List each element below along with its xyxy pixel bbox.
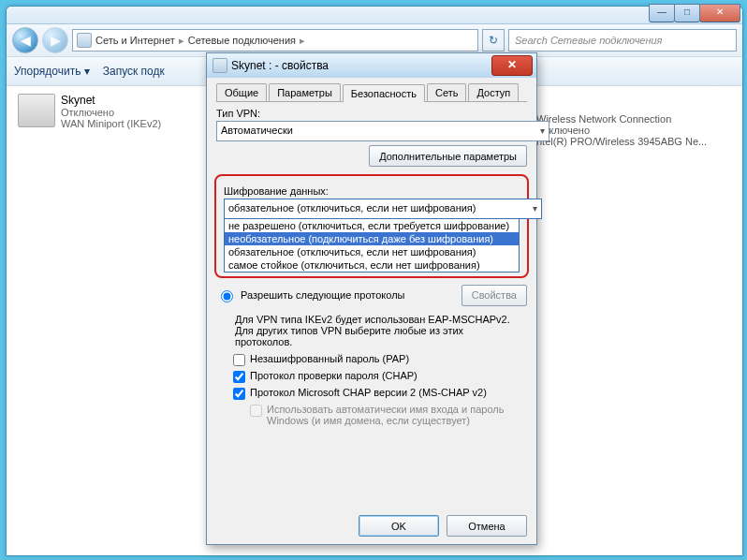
encryption-highlight-box: Шифрование данных: обязательное (отключи… bbox=[214, 174, 529, 278]
checkbox-auto-credentials-label: Использовать автоматически имя входа и п… bbox=[267, 404, 527, 426]
encryption-label: Шифрование данных: bbox=[224, 185, 520, 197]
minimize-button[interactable]: — bbox=[649, 4, 675, 22]
allow-protocols-radio[interactable]: Разрешить следующие протоколы bbox=[216, 287, 405, 302]
checkbox-auto-credentials: Использовать автоматически имя входа и п… bbox=[250, 404, 527, 426]
dialog-titlebar: Skynet : - свойства ✕ bbox=[207, 53, 536, 78]
properties-dialog: Skynet : - свойства ✕ Общие Параметры Бе… bbox=[206, 52, 537, 545]
ok-button[interactable]: OK bbox=[359, 515, 439, 537]
breadcrumb-seg2[interactable]: Сетевые подключения bbox=[188, 35, 296, 46]
search-input[interactable]: Search Сетевые подключения bbox=[508, 29, 737, 52]
checkbox-mschap[interactable]: Протокол Microsoft CHAP версии 2 (MS-CHA… bbox=[233, 387, 527, 400]
checkbox-auto-credentials-input bbox=[250, 405, 262, 417]
connection-status: Отключено bbox=[536, 125, 724, 136]
refresh-button[interactable]: ↻ bbox=[482, 29, 505, 52]
window-buttons: — □ ✕ bbox=[650, 4, 740, 22]
vpn-note-text: Для VPN типа IKEv2 будет использован EAP… bbox=[235, 314, 523, 347]
connection-name: Skynet bbox=[61, 94, 161, 107]
cancel-button[interactable]: Отмена bbox=[447, 515, 527, 537]
connection-icon bbox=[18, 94, 55, 127]
checkbox-chap-label: Протокол проверки пароля (CHAP) bbox=[250, 370, 417, 381]
properties-button[interactable]: Свойства bbox=[461, 285, 527, 306]
encryption-combo[interactable]: обязательное (отключиться, если нет шифр… bbox=[224, 199, 542, 219]
organize-button[interactable]: Упорядочить ▾ bbox=[14, 65, 90, 78]
explorer-titlebar: — □ ✕ bbox=[7, 7, 742, 24]
allow-protocols-label: Разрешить следующие протоколы bbox=[241, 289, 405, 301]
start-connection-button[interactable]: Запуск подк bbox=[103, 65, 165, 78]
tab-strip: Общие Параметры Безопасность Сеть Доступ bbox=[216, 83, 527, 102]
connection-device: WAN Miniport (IKEv2) bbox=[61, 118, 161, 129]
tab-access[interactable]: Доступ bbox=[468, 83, 519, 101]
network-icon bbox=[77, 33, 92, 48]
chevron-right-icon: ▸ bbox=[179, 35, 184, 47]
checkbox-chap[interactable]: Протокол проверки пароля (CHAP) bbox=[233, 370, 527, 383]
tab-options[interactable]: Параметры bbox=[269, 83, 341, 101]
connection-device: ntel(R) PRO/Wireless 3945ABG Ne... bbox=[536, 136, 724, 147]
tab-security[interactable]: Безопасность bbox=[343, 84, 425, 102]
checkbox-pap-label: Незашифрованный пароль (PAP) bbox=[250, 353, 409, 364]
checkbox-chap-input[interactable] bbox=[233, 371, 245, 383]
checkbox-mschap-input[interactable] bbox=[233, 388, 245, 400]
tab-general[interactable]: Общие bbox=[216, 83, 267, 101]
checkbox-pap-input[interactable] bbox=[233, 354, 245, 366]
checkbox-mschap-label: Протокол Microsoft CHAP версии 2 (MS-CHA… bbox=[250, 387, 487, 398]
dialog-sys-icon bbox=[212, 58, 227, 73]
breadcrumb[interactable]: Сеть и Интернет ▸ Сетевые подключения ▸ bbox=[72, 29, 478, 52]
encryption-option-selected[interactable]: необязательное (подключиться даже без ши… bbox=[225, 232, 519, 245]
connection-item-wireless[interactable]: Wireless Network Connection Отключено nt… bbox=[536, 113, 724, 147]
dialog-body: Общие Параметры Безопасность Сеть Доступ… bbox=[207, 78, 536, 434]
maximize-button[interactable]: □ bbox=[674, 4, 700, 22]
nav-back-button[interactable]: ◀ bbox=[12, 27, 38, 53]
connection-name: Wireless Network Connection bbox=[536, 113, 724, 125]
encryption-dropdown-list: не разрешено (отключиться, если требуетс… bbox=[224, 218, 520, 273]
encryption-option[interactable]: не разрешено (отключиться, если требуетс… bbox=[225, 219, 519, 232]
allow-protocols-radio-input[interactable] bbox=[221, 290, 233, 302]
advanced-params-button[interactable]: Дополнительные параметры bbox=[369, 145, 527, 167]
nav-forward-button[interactable]: ▶ bbox=[42, 27, 68, 53]
dialog-footer: OK Отмена bbox=[359, 515, 527, 537]
vpn-type-label: Тип VPN: bbox=[216, 108, 527, 119]
dialog-title: Skynet : - свойства bbox=[231, 59, 329, 72]
encryption-option[interactable]: самое стойкое (отключиться, если нет шиф… bbox=[225, 258, 519, 272]
checkbox-pap[interactable]: Незашифрованный пароль (PAP) bbox=[233, 353, 527, 366]
dialog-close-button[interactable]: ✕ bbox=[491, 55, 533, 76]
close-button[interactable]: ✕ bbox=[699, 4, 740, 22]
chevron-right-icon: ▸ bbox=[300, 35, 305, 47]
breadcrumb-seg1[interactable]: Сеть и Интернет bbox=[95, 35, 175, 46]
encryption-option[interactable]: обязательное (отключиться, если нет шифр… bbox=[225, 245, 519, 258]
connection-status: Отключено bbox=[61, 107, 161, 118]
tab-network[interactable]: Сеть bbox=[427, 83, 466, 101]
vpn-type-combo[interactable]: Автоматически bbox=[216, 121, 549, 141]
